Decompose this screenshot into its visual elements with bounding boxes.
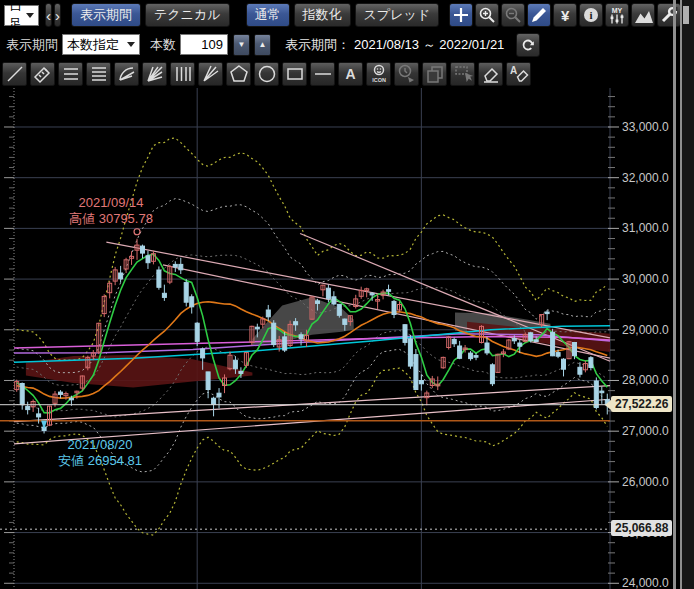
svg-text:33,000.0: 33,000.0 xyxy=(622,120,669,134)
vertical-scrollbar[interactable] xyxy=(672,0,694,589)
normal-button[interactable]: 通常 xyxy=(246,3,290,27)
draw-tool-gann-fan-icon[interactable] xyxy=(142,62,167,86)
chart-area[interactable]: 33,000.032,000.031,000.030,000.029,000.0… xyxy=(0,88,694,589)
crosshair-icon[interactable] xyxy=(449,3,473,27)
timeframe-select[interactable]: 日足 xyxy=(4,5,39,26)
count-input[interactable]: 109 xyxy=(180,34,228,55)
draw-pencil-icon[interactable] xyxy=(527,3,551,27)
price-chart-svg[interactable]: 33,000.032,000.031,000.030,000.029,000.0… xyxy=(0,88,694,589)
timeframe-value: 日足 xyxy=(9,0,22,33)
draw-tool-horizontal-line-icon[interactable] xyxy=(310,62,335,86)
svg-text:28,000.0: 28,000.0 xyxy=(622,373,669,387)
svg-text:24,000.0: 24,000.0 xyxy=(622,576,669,589)
draw-tool-fan-arc-icon[interactable] xyxy=(114,62,139,86)
draw-tool-copy-icon xyxy=(422,62,447,86)
draw-tool-eraser-icon[interactable] xyxy=(478,62,503,86)
zoom-in-icon[interactable] xyxy=(475,3,499,27)
display-period-button[interactable]: 表示期間 xyxy=(71,3,141,27)
prev-button[interactable]: ‹ xyxy=(45,3,52,27)
scrollbar-divider xyxy=(673,0,676,589)
period-mode-value: 本数指定 xyxy=(67,36,119,54)
draw-tool-trend-line-icon[interactable] xyxy=(2,62,27,86)
draw-tool-time-lines-icon[interactable] xyxy=(170,62,195,86)
svg-text:27,000.0: 27,000.0 xyxy=(622,424,669,438)
svg-text:30,000.0: 30,000.0 xyxy=(622,272,669,286)
scrollbar-thumb[interactable] xyxy=(683,6,689,24)
current-price-callout: 27,522.26 xyxy=(611,396,672,412)
reset-period-button[interactable] xyxy=(516,33,540,57)
draw-tool-select-move-icon xyxy=(450,62,475,86)
yen-button[interactable]: ¥ xyxy=(553,3,577,27)
svg-text:i: i xyxy=(590,9,593,21)
draw-tool-time-shift-icon xyxy=(394,62,419,86)
horizontal-line-price-callout: 25,066.88 xyxy=(611,520,672,536)
svg-text:32,000.0: 32,000.0 xyxy=(622,171,669,185)
count-increment-button[interactable]: ▲ xyxy=(254,34,271,56)
draw-tool-ellipse-icon[interactable] xyxy=(254,62,279,86)
svg-text:31,000.0: 31,000.0 xyxy=(622,221,669,235)
scrollbar-track[interactable] xyxy=(680,0,694,589)
period-bar: 表示期間 本数指定 本数 109 ▼ ▲ 表示期間： 2021/08/13 ～ … xyxy=(0,30,672,59)
chevron-down-icon xyxy=(127,42,135,47)
my-settings-icon[interactable]: MY xyxy=(605,3,629,27)
period-mode-select[interactable]: 本数指定 xyxy=(62,34,140,55)
count-decrement-button[interactable]: ▼ xyxy=(233,34,250,56)
spread-button[interactable]: スプレッド xyxy=(355,3,440,27)
count-value: 109 xyxy=(201,37,223,52)
range-label: 表示期間： xyxy=(285,36,350,54)
svg-text:ICON: ICON xyxy=(372,77,386,83)
draw-tool-fibo-retracement-icon[interactable] xyxy=(58,62,83,86)
draw-tool-parallel-lines-icon[interactable] xyxy=(86,62,111,86)
next-button[interactable]: › xyxy=(54,3,61,27)
draw-tool-ruler-icon[interactable] xyxy=(30,62,55,86)
count-label: 本数 xyxy=(150,36,176,54)
info-icon[interactable]: i xyxy=(579,3,603,27)
period-label: 表示期間 xyxy=(6,36,58,54)
draw-tool-rectangle-icon[interactable] xyxy=(282,62,307,86)
main-toolbar: 日足 ‹ › 表示期間テクニカル通常指数化スプレッド ¥iMY xyxy=(0,0,672,30)
drawing-toolbar: AICONA xyxy=(0,59,672,88)
draw-tool-pentagon-icon[interactable] xyxy=(226,62,251,86)
draw-tool-text-icon[interactable]: A xyxy=(338,62,363,86)
high-marker-icon xyxy=(134,229,140,235)
range-value: 2021/08/13 ～ 2022/01/21 xyxy=(354,36,504,54)
chart-style-icon[interactable] xyxy=(631,3,655,27)
svg-text:26,000.0: 26,000.0 xyxy=(622,475,669,489)
zoom-out-icon xyxy=(501,3,525,27)
draw-tool-angle-fan-icon[interactable] xyxy=(198,62,223,86)
chevron-down-icon xyxy=(26,13,34,18)
draw-tool-eraser-all-icon[interactable]: A xyxy=(506,62,531,86)
svg-text:MY: MY xyxy=(612,7,623,14)
draw-tool-icon-stamp-icon[interactable]: ICON xyxy=(366,62,391,86)
svg-text:29,000.0: 29,000.0 xyxy=(622,323,669,337)
svg-text:A: A xyxy=(510,65,517,76)
technical-button[interactable]: テクニカル xyxy=(145,3,230,27)
indexed-button[interactable]: 指数化 xyxy=(294,3,351,27)
